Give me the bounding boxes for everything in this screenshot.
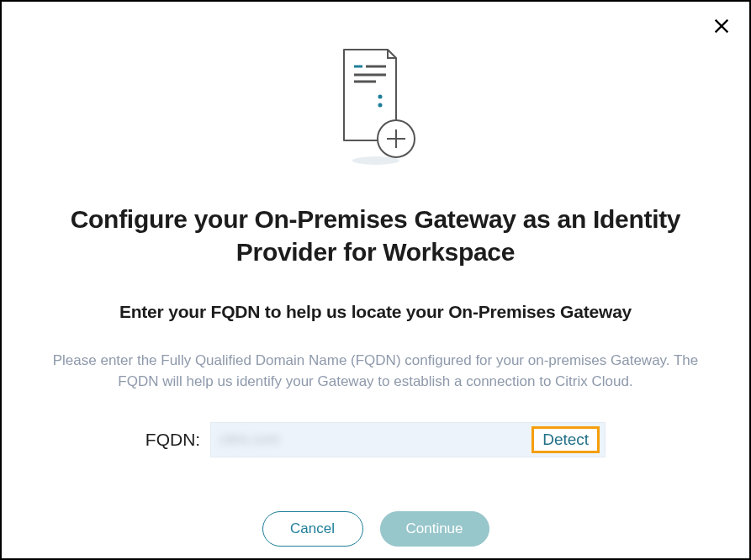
fqdn-field-wrap: Detect — [210, 422, 606, 457]
dialog-container: Configure your On-Premises Gateway as an… — [2, 2, 749, 560]
continue-button[interactable]: Continue — [380, 511, 489, 547]
dialog-actions: Cancel Continue — [262, 511, 489, 547]
dialog-heading: Configure your On-Premises Gateway as an… — [56, 203, 695, 268]
fqdn-label: FQDN: — [145, 430, 200, 450]
document-plus-icon — [334, 48, 418, 169]
fqdn-input[interactable] — [219, 431, 532, 448]
detect-button[interactable]: Detect — [532, 426, 600, 453]
svg-point-7 — [378, 103, 382, 108]
fqdn-row: FQDN: Detect — [145, 422, 606, 457]
dialog-description: Please enter the Fully Qualified Domain … — [44, 351, 708, 392]
dialog-subheading: Enter your FQDN to help us locate your O… — [119, 302, 632, 322]
cancel-button[interactable]: Cancel — [262, 511, 363, 547]
svg-point-6 — [378, 95, 382, 99]
close-icon — [712, 17, 731, 35]
close-button[interactable] — [712, 17, 731, 39]
